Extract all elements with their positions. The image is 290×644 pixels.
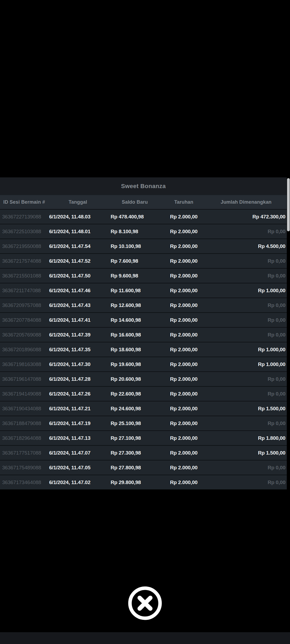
table-row: 36367201896088 6/1/2024, 11.47.35 Rp 18.… <box>0 342 287 357</box>
cell-new-balance: Rp 27.300,98 <box>107 450 162 456</box>
cell-new-balance: Rp 27.100,98 <box>107 435 162 441</box>
cell-win-amount: Rp 0,00 <box>205 420 287 426</box>
table-row: 36367182964088 6/1/2024, 11.47.13 Rp 27.… <box>0 430 287 445</box>
table-row: 36367194149088 6/1/2024, 11.47.26 Rp 22.… <box>0 386 287 401</box>
cell-date: 6/1/2024, 11.47.07 <box>48 450 107 456</box>
table-row: 36367207784088 6/1/2024, 11.47.41 Rp 14.… <box>0 312 287 327</box>
x-circle-icon <box>128 586 162 620</box>
cell-bet: Rp 2.000,00 <box>162 450 205 456</box>
cell-session-id: 36367215501088 <box>0 273 48 279</box>
cell-session-id: 36367227139088 <box>0 214 48 220</box>
table-row: 36367188479088 6/1/2024, 11.47.19 Rp 25.… <box>0 416 287 430</box>
modal-title-bar: Sweet Bonanza <box>0 177 287 195</box>
cell-date: 6/1/2024, 11.47.43 <box>48 302 107 308</box>
column-header-session-id: ID Sesi Bermain # <box>0 199 48 205</box>
cell-bet: Rp 2.000,00 <box>162 273 205 279</box>
column-header-date: Tanggal <box>48 199 107 205</box>
cell-win-amount: Rp 0,00 <box>205 480 287 485</box>
cell-new-balance: Rp 14.600,98 <box>107 317 162 323</box>
cell-win-amount: Rp 0,00 <box>205 465 287 471</box>
cell-date: 6/1/2024, 11.47.46 <box>48 288 107 294</box>
cell-date: 6/1/2024, 11.47.50 <box>48 273 107 279</box>
game-history-modal: Sweet Bonanza ID Sesi Bermain # Tanggal … <box>0 177 287 489</box>
cell-new-balance: Rp 7.600,98 <box>107 258 162 264</box>
table-row: 36367219550088 6/1/2024, 11.47.54 Rp 10.… <box>0 239 287 253</box>
cell-new-balance: Rp 478.400,98 <box>107 214 162 220</box>
cell-win-amount: Rp 0,00 <box>205 229 287 235</box>
cell-session-id: 36367173464088 <box>0 480 48 485</box>
table-body: 36367227139088 6/1/2024, 11.48.03 Rp 478… <box>0 209 287 489</box>
cell-win-amount: Rp 0,00 <box>205 302 287 308</box>
cell-win-amount: Rp 472.300,00 <box>205 214 287 220</box>
cell-new-balance: Rp 11.600,98 <box>107 288 162 294</box>
scrollbar-thumb[interactable] <box>287 178 290 231</box>
cell-session-id: 36367182964088 <box>0 435 48 441</box>
cell-win-amount: Rp 0,00 <box>205 273 287 279</box>
cell-date: 6/1/2024, 11.47.21 <box>48 406 107 412</box>
table-row: 36367177517088 6/1/2024, 11.47.07 Rp 27.… <box>0 445 287 460</box>
cell-session-id: 36367201896088 <box>0 347 48 353</box>
cell-date: 6/1/2024, 11.48.01 <box>48 229 107 235</box>
cell-bet: Rp 2.000,00 <box>162 332 205 338</box>
cell-new-balance: Rp 18.600,98 <box>107 347 162 353</box>
cell-new-balance: Rp 12.600,98 <box>107 302 162 308</box>
cell-win-amount: Rp 1.800,00 <box>205 435 287 441</box>
cell-win-amount: Rp 0,00 <box>205 391 287 397</box>
cell-new-balance: Rp 10.100,98 <box>107 243 162 249</box>
cell-session-id: 36367209757088 <box>0 302 48 308</box>
cell-win-amount: Rp 4.500,00 <box>205 243 287 249</box>
cell-session-id: 36367207784088 <box>0 317 48 323</box>
cell-bet: Rp 2.000,00 <box>162 243 205 249</box>
cell-win-amount: Rp 0,00 <box>205 332 287 338</box>
cell-new-balance: Rp 16.600,98 <box>107 332 162 338</box>
cell-session-id: 36367190434088 <box>0 406 48 412</box>
cell-date: 6/1/2024, 11.47.05 <box>48 465 107 471</box>
cell-session-id: 36367194149088 <box>0 391 48 397</box>
cell-date: 6/1/2024, 11.47.26 <box>48 391 107 397</box>
cell-new-balance: Rp 20.600,98 <box>107 376 162 382</box>
cell-session-id: 36367198163088 <box>0 361 48 367</box>
cell-date: 6/1/2024, 11.47.28 <box>48 376 107 382</box>
cell-bet: Rp 2.000,00 <box>162 347 205 353</box>
cell-bet: Rp 2.000,00 <box>162 420 205 426</box>
cell-bet: Rp 2.000,00 <box>162 465 205 471</box>
cell-bet: Rp 2.000,00 <box>162 288 205 294</box>
cell-date: 6/1/2024, 11.47.35 <box>48 347 107 353</box>
table-row: 36367175489088 6/1/2024, 11.47.05 Rp 27.… <box>0 460 287 475</box>
cell-bet: Rp 2.000,00 <box>162 361 205 367</box>
cell-bet: Rp 2.000,00 <box>162 302 205 308</box>
table-row: 36367227139088 6/1/2024, 11.48.03 Rp 478… <box>0 209 287 224</box>
cell-session-id: 36367225103088 <box>0 229 48 235</box>
cell-date: 6/1/2024, 11.47.19 <box>48 420 107 426</box>
cell-bet: Rp 2.000,00 <box>162 214 205 220</box>
system-bottom-bar <box>0 632 290 644</box>
cell-win-amount: Rp 1.500,00 <box>205 450 287 456</box>
table-header-row: ID Sesi Bermain # Tanggal Saldo Baru Tar… <box>0 195 287 209</box>
cell-session-id: 36367177517088 <box>0 450 48 456</box>
cell-date: 6/1/2024, 11.47.30 <box>48 361 107 367</box>
cell-bet: Rp 2.000,00 <box>162 376 205 382</box>
table-row: 36367190434088 6/1/2024, 11.47.21 Rp 24.… <box>0 401 287 416</box>
column-header-balance: Saldo Baru <box>107 199 162 205</box>
table-row: 36367173464088 6/1/2024, 11.47.02 Rp 29.… <box>0 475 287 489</box>
cell-date: 6/1/2024, 11.48.03 <box>48 214 107 220</box>
cell-win-amount: Rp 0,00 <box>205 258 287 264</box>
table-row: 36367198163088 6/1/2024, 11.47.30 Rp 19.… <box>0 357 287 371</box>
cell-date: 6/1/2024, 11.47.41 <box>48 317 107 323</box>
column-header-bet: Taruhan <box>162 199 205 205</box>
game-title: Sweet Bonanza <box>121 183 166 190</box>
close-button[interactable] <box>128 586 162 620</box>
table-row: 36367215501088 6/1/2024, 11.47.50 Rp 9.6… <box>0 268 287 283</box>
cell-new-balance: Rp 22.600,98 <box>107 391 162 397</box>
cell-win-amount: Rp 0,00 <box>205 317 287 323</box>
cell-new-balance: Rp 27.800,98 <box>107 465 162 471</box>
screen-background: Sweet Bonanza ID Sesi Bermain # Tanggal … <box>0 0 290 644</box>
cell-win-amount: Rp 1.000,00 <box>205 347 287 353</box>
cell-date: 6/1/2024, 11.47.13 <box>48 435 107 441</box>
cell-win-amount: Rp 1.500,00 <box>205 406 287 412</box>
cell-new-balance: Rp 29.800,98 <box>107 480 162 485</box>
table-row: 36367225103088 6/1/2024, 11.48.01 Rp 8.1… <box>0 224 287 239</box>
cell-bet: Rp 2.000,00 <box>162 317 205 323</box>
cell-win-amount: Rp 1.000,00 <box>205 361 287 367</box>
cell-bet: Rp 2.000,00 <box>162 435 205 441</box>
